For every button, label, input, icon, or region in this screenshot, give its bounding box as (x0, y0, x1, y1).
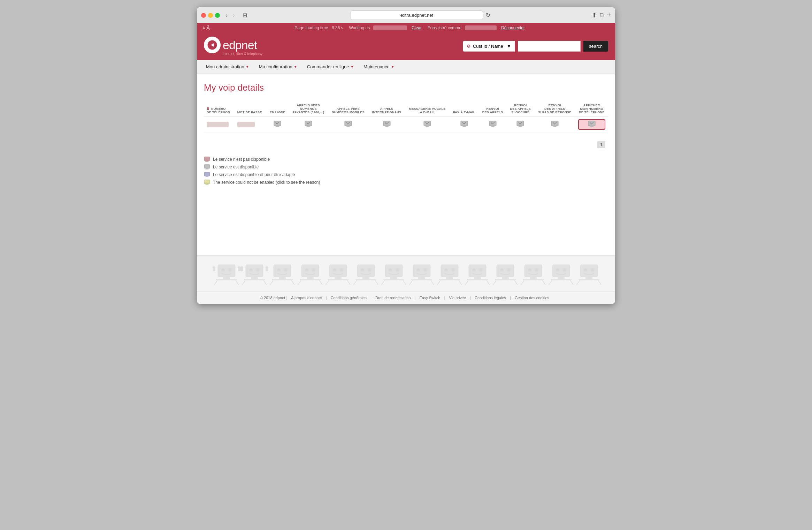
svg-point-105 (451, 268, 455, 272)
browser-chrome: ‹ › ⊞ ↻ ⬆ ⧉ + (197, 7, 615, 23)
service-icon-show-number[interactable] (588, 121, 596, 128)
cell-online[interactable] (266, 116, 289, 133)
service-icon-call-fwd[interactable] (489, 121, 497, 128)
svg-rect-39 (205, 177, 209, 177)
svg-line-49 (235, 280, 239, 285)
svg-rect-18 (462, 127, 466, 127)
nav-item-ma-configuration[interactable]: Ma configuration ▼ (254, 60, 302, 74)
svg-rect-5 (307, 126, 310, 127)
service-icon-voicemail[interactable] (423, 121, 431, 128)
highlighted-cell-show-number[interactable] (578, 119, 605, 130)
logo-name: edpnet (223, 38, 257, 52)
cell-calls-mobile[interactable] (328, 116, 368, 133)
footer-link-easy-switch[interactable]: Easy Switch (419, 296, 440, 300)
font-small-button[interactable]: A (202, 26, 205, 30)
new-tab-button[interactable]: ⧉ (600, 12, 604, 19)
monitor-svg-fwd-noreply (551, 121, 559, 128)
service-icon-call-fwd-busy[interactable] (516, 121, 524, 128)
svg-rect-42 (205, 184, 209, 185)
footer-link-droit[interactable]: Droit de renonciation (375, 296, 411, 300)
svg-rect-35 (206, 168, 208, 169)
sidebar-toggle-button[interactable]: ⊞ (240, 11, 249, 19)
service-icon-call-fwd-noreply[interactable] (551, 121, 559, 128)
cell-show-number[interactable] (575, 116, 608, 133)
disconnect-button[interactable]: Déconnecter (501, 25, 525, 30)
cell-call-fwd[interactable] (479, 116, 507, 133)
svg-rect-8 (347, 126, 350, 127)
svg-point-125 (528, 268, 531, 272)
svg-point-83 (361, 268, 364, 272)
nav-item-commander-en-ligne[interactable]: Commander en ligne ▼ (302, 60, 359, 74)
legend-monitor-error (204, 180, 210, 185)
cell-calls-expensive[interactable] (289, 116, 328, 133)
service-icon-online[interactable] (274, 121, 281, 128)
svg-rect-124 (524, 265, 542, 277)
minimize-window-button[interactable] (208, 13, 213, 18)
tabs-button[interactable]: + (607, 12, 611, 19)
svg-rect-60 (266, 266, 268, 271)
footer-link-conditions[interactable]: Conditions générales (331, 296, 367, 300)
address-bar[interactable] (351, 10, 483, 20)
close-window-button[interactable] (201, 13, 206, 18)
filter-dropdown[interactable]: ⚙ Cust Id / Name ▼ (463, 41, 515, 52)
service-icon-fax[interactable] (460, 121, 468, 128)
svg-rect-30 (590, 127, 594, 127)
reload-button[interactable]: ↻ (486, 12, 490, 18)
svg-line-48 (214, 280, 218, 285)
traffic-lights (201, 13, 220, 18)
svg-rect-121 (495, 279, 516, 280)
svg-point-91 (396, 268, 399, 272)
monitor-svg-fwd (489, 121, 497, 128)
svg-rect-17 (463, 126, 466, 127)
search-input[interactable] (518, 41, 581, 52)
svg-rect-75 (329, 265, 347, 277)
footer-link-conditions-legales[interactable]: Conditions légales (475, 296, 506, 300)
footer-links: © 2018 edpnet | A propos d'edpnet | Cond… (197, 291, 615, 304)
monitor-svg-intl (383, 121, 391, 128)
edpnet-logo-svg (207, 40, 217, 50)
svg-rect-135 (551, 279, 572, 280)
font-large-button[interactable]: Â (206, 25, 210, 31)
cell-fax[interactable] (450, 116, 479, 133)
legend-item-available: Le service est disponible (204, 164, 608, 170)
footer-link-vie-privee[interactable]: Vie privée (449, 296, 466, 300)
col-header-online: EN LIGNE (266, 101, 289, 116)
service-icon-calls-mobile[interactable] (344, 121, 352, 128)
svg-line-143 (577, 280, 580, 285)
footer-link-cookies[interactable]: Gestion des cookies (515, 296, 549, 300)
svg-rect-72 (300, 279, 321, 280)
svg-point-54 (256, 268, 260, 272)
service-icon-calls-expensive[interactable] (305, 121, 312, 128)
cell-voicemail[interactable] (405, 116, 450, 133)
svg-rect-134 (558, 277, 565, 280)
col-header-call-fwd: RENVOIDES APPELS (479, 101, 507, 116)
forward-button[interactable]: › (231, 12, 237, 19)
browser-window: ‹ › ⊞ ↻ ⬆ ⧉ + A Â Page loading time: 8.3… (197, 7, 615, 304)
footer-sep-4: | (415, 296, 417, 300)
share-button[interactable]: ⬆ (592, 12, 597, 19)
clear-button[interactable]: Clear (412, 25, 422, 30)
nav-item-mon-administration[interactable]: Mon administration ▼ (201, 60, 254, 74)
filter-icon: ⚙ (467, 44, 471, 49)
back-button[interactable]: ‹ (223, 12, 229, 19)
svg-line-136 (549, 280, 552, 285)
col-header-fax: FAX À E-MAIL (450, 101, 479, 116)
col-header-password: MOT DE PASSE (235, 101, 267, 116)
cell-calls-intl[interactable] (368, 116, 405, 133)
monitor-svg-online (274, 121, 281, 128)
monitor-svg-voicemail (423, 121, 431, 128)
search-button[interactable]: search (583, 41, 608, 52)
cell-call-fwd-noreply[interactable] (534, 116, 575, 133)
footer-link-about[interactable]: A propos d'edpnet (291, 296, 322, 300)
legend-text-unavailable: Le service n'est pas disponible (213, 157, 270, 162)
svg-rect-20 (491, 126, 494, 127)
nav-item-maintenance[interactable]: Maintenance ▼ (359, 60, 399, 74)
svg-rect-127 (530, 277, 537, 280)
cell-call-fwd-busy[interactable] (506, 116, 534, 133)
logo-icon[interactable] (204, 37, 221, 53)
working-as-label: Working as (349, 25, 370, 30)
svg-rect-110 (469, 265, 486, 277)
maximize-window-button[interactable] (215, 13, 220, 18)
svg-rect-36 (205, 169, 209, 169)
service-icon-calls-intl[interactable] (383, 121, 391, 128)
